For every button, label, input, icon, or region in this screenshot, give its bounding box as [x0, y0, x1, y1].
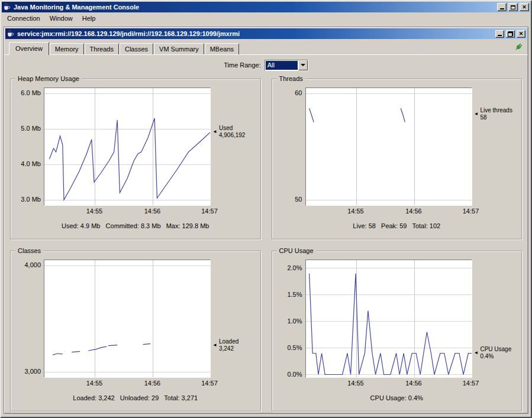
y-tick-label: 3,000 [24, 368, 41, 375]
panel-title: Heap Memory Usage [15, 75, 82, 82]
cpu-usage-panel: CPU Usage 2.0%1.5%1.0%0.5%0.0% 14:5514:5… [272, 251, 523, 411]
x-tick-label: 14:56 [144, 380, 161, 387]
classes-x-axis: 14:5514:5614:57 [44, 378, 211, 387]
x-tick-label: 14:56 [405, 208, 422, 215]
frame-close-button[interactable]: ✕ [517, 30, 525, 38]
panel-title: Threads [277, 75, 305, 82]
heap-chart-plot [44, 88, 211, 206]
tab-memory[interactable]: Memory [50, 43, 84, 54]
minimize-icon [500, 8, 504, 9]
x-tick-label: 14:57 [201, 208, 218, 215]
x-tick-label: 14:56 [144, 208, 161, 215]
panel-title: CPU Usage [277, 247, 316, 254]
window-title: Java Monitoring & Management Console [12, 4, 495, 11]
close-icon: ✕ [519, 31, 524, 37]
close-button[interactable]: ✕ [520, 3, 529, 11]
heap-x-axis: 14:5514:5614:57 [44, 206, 211, 215]
threads-chart-plot [305, 88, 472, 206]
close-icon: ✕ [522, 5, 527, 10]
x-tick-label: 14:55 [347, 208, 364, 215]
x-tick-label: 14:56 [405, 380, 422, 387]
classes-panel: Classes 4,0003,000 14:5514:5614:57 ◄Load… [10, 251, 261, 411]
cpu-y-axis: 2.0%1.5%1.0%0.5%0.0% [275, 260, 305, 377]
menu-window[interactable]: Window [45, 13, 78, 24]
time-range-value[interactable]: All [266, 61, 298, 70]
chevron-down-icon [301, 64, 305, 66]
annotation-arrow-icon: ◄ [474, 351, 479, 355]
annotation-label: CPU Usage0.4% [480, 346, 511, 360]
overview-panel: Time Range: All Heap Memory Usage 6.0 Mb… [4, 54, 528, 413]
frame-minimize-button[interactable] [495, 30, 504, 38]
java-cup-icon [7, 30, 14, 38]
maximize-icon [511, 5, 515, 9]
minimize-button[interactable] [497, 3, 507, 11]
tab-mbeans[interactable]: MBeans [205, 43, 239, 54]
menu-help[interactable]: Help [78, 13, 101, 24]
connection-frame: service:jmx:rmi://192.168.129.129/jndi/r… [4, 27, 528, 414]
frame-titlebar[interactable]: service:jmx:rmi://192.168.129.129/jndi/r… [5, 28, 527, 39]
heap-annotation: ◄Used4,906,192 [211, 88, 258, 205]
annotation-label: Live threads58 [480, 107, 512, 121]
y-tick-label: 4.0 Mb [21, 160, 41, 167]
x-tick-label: 14:57 [463, 208, 479, 215]
classes-chart-plot [44, 260, 211, 378]
y-tick-label: 2.0% [287, 264, 302, 271]
threads-panel: Threads 6050 14:5514:5614:57 ◄Live threa… [272, 79, 523, 239]
tab-threads[interactable]: Threads [85, 43, 119, 54]
y-tick-label: 50 [295, 196, 302, 203]
annotation-arrow-icon: ◄ [474, 112, 479, 116]
time-range-label: Time Range: [224, 61, 261, 69]
tab-overview[interactable]: Overview [9, 42, 49, 55]
classes-summary-text: Loaded: 3,242 Unloaded: 29 Total: 3,271 [13, 394, 258, 401]
classes-y-axis: 4,0003,000 [13, 260, 44, 377]
annotation-label: Loaded3,242 [219, 338, 238, 352]
threads-y-axis: 6050 [275, 88, 305, 205]
x-tick-label: 14:57 [463, 380, 479, 387]
minimize-icon [498, 35, 502, 36]
cpu-x-axis: 14:5514:5614:57 [305, 378, 472, 387]
threads-annotation: ◄Live threads58 [472, 88, 520, 205]
charts-grid: Heap Memory Usage 6.0 Mb5.0 Mb4.0 Mb3.0 … [4, 73, 528, 413]
tab-bar: Overview Memory Threads Classes VM Summa… [4, 39, 528, 54]
classes-annotation: ◄Loaded3,242 [211, 260, 258, 377]
connection-title: service:jmx:rmi://192.168.129.129/jndi/r… [16, 30, 494, 37]
cpu-summary-text: CPU Usage: 0.4% [275, 394, 520, 401]
heap-memory-usage-panel: Heap Memory Usage 6.0 Mb5.0 Mb4.0 Mb3.0 … [10, 79, 261, 239]
y-tick-label: 0.0% [287, 371, 302, 378]
tab-classes[interactable]: Classes [120, 43, 153, 54]
panel-title: Classes [15, 247, 43, 254]
heap-summary-text: Used: 4.9 Mb Committed: 8.3 Mb Max: 129.… [13, 222, 258, 229]
y-tick-label: 5.0 Mb [21, 125, 41, 132]
x-tick-label: 14:55 [347, 380, 364, 387]
y-tick-label: 0.5% [287, 344, 302, 351]
x-tick-label: 14:55 [86, 380, 103, 387]
cpu-chart-plot [305, 260, 472, 378]
java-cup-icon [3, 3, 11, 12]
y-tick-label: 6.0 Mb [21, 89, 41, 96]
y-tick-label: 1.5% [287, 291, 302, 298]
y-tick-label: 1.0% [287, 317, 302, 325]
heap-y-axis: 6.0 Mb5.0 Mb4.0 Mb3.0 Mb [13, 88, 44, 205]
main-titlebar[interactable]: Java Monitoring & Management Console ✕ [2, 2, 530, 12]
x-tick-label: 14:57 [201, 380, 218, 387]
connection-status-icon [514, 43, 523, 53]
y-tick-label: 3.0 Mb [21, 196, 41, 203]
maximize-button[interactable] [508, 3, 518, 11]
menubar: Connection Window Help [1, 12, 531, 24]
time-range-row: Time Range: All [4, 55, 528, 73]
time-range-select[interactable]: All [265, 60, 308, 71]
threads-summary-text: Live: 58 Peak: 59 Total: 102 [275, 222, 520, 229]
annotation-arrow-icon: ◄ [212, 343, 217, 348]
y-tick-label: 4,000 [24, 261, 41, 268]
frame-restore-button[interactable] [506, 30, 515, 38]
jconsole-window: Java Monitoring & Management Console ✕ C… [0, 0, 532, 418]
tab-vm-summary[interactable]: VM Summary [154, 43, 204, 54]
y-tick-label: 60 [295, 89, 302, 96]
x-tick-label: 14:55 [86, 208, 103, 215]
threads-x-axis: 14:5514:5614:57 [305, 206, 472, 215]
cpu-annotation: ◄CPU Usage0.4% [472, 260, 520, 377]
annotation-label: Used4,906,192 [219, 125, 246, 139]
restore-icon [508, 31, 513, 37]
menu-connection[interactable]: Connection [2, 13, 45, 24]
combo-dropdown-button[interactable] [298, 60, 308, 70]
